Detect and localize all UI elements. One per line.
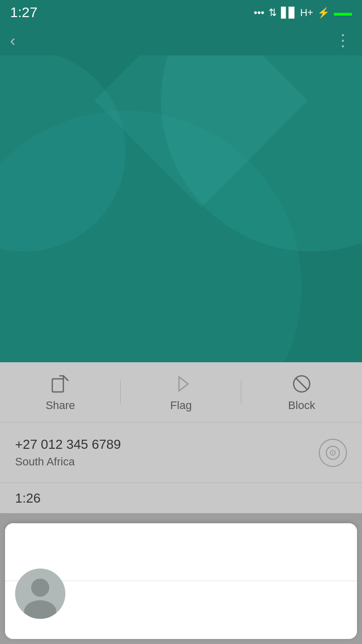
time-label: 1:26 [15,491,41,506]
status-time: 1:27 [10,5,38,21]
detail-text: +27 012 345 6789 South Africa [15,437,121,468]
flag-action[interactable]: Flag [121,373,241,412]
contact-info: +27 012 345 6789 [15,569,211,619]
svg-point-1 [24,600,56,619]
svg-rect-2 [52,379,63,392]
status-icons: ••• ⇅ ▋▊ H+ ⚡ ▬▬ [254,7,352,19]
share-icon [49,373,71,395]
signal-bars-icon: ▋▊ [281,7,296,19]
svg-point-0 [31,579,49,597]
network-type-icon: H+ [300,7,313,19]
detail-phone: +27 012 345 6789 [15,437,121,452]
time-row: 1:26 [0,483,362,513]
svg-point-9 [332,452,334,453]
share-action[interactable]: Share [0,373,121,412]
more-options-button[interactable]: ⋮ [335,31,352,50]
data-transfer-icon: ⇅ [268,7,277,19]
status-bar: 1:27 ••• ⇅ ▋▊ H+ ⚡ ▬▬ [0,0,362,25]
block-label: Block [288,399,315,412]
chat-button[interactable] [319,439,347,467]
flag-icon [170,373,192,395]
detail-row: +27 012 345 6789 South Africa [0,423,362,483]
avatar [15,569,65,619]
flag-label: Flag [170,399,192,412]
header: ‹ ⋮ [0,25,362,55]
contact-phone-number: +27 012 345 6789 [80,585,211,603]
charging-icon: ⚡ [317,7,330,19]
signal-dots-icon: ••• [254,7,264,19]
battery-icon: ▬▬ [334,8,352,18]
action-bar: Share Flag Block [0,362,362,423]
block-action[interactable]: Block [241,373,362,412]
svg-line-3 [63,376,68,381]
share-label: Share [46,399,75,412]
block-icon [291,373,313,395]
svg-line-6 [296,378,308,390]
back-button[interactable]: ‹ [10,31,16,50]
avatar-icon [15,569,65,619]
detail-country: South Africa [15,455,121,468]
svg-marker-4 [179,377,188,391]
